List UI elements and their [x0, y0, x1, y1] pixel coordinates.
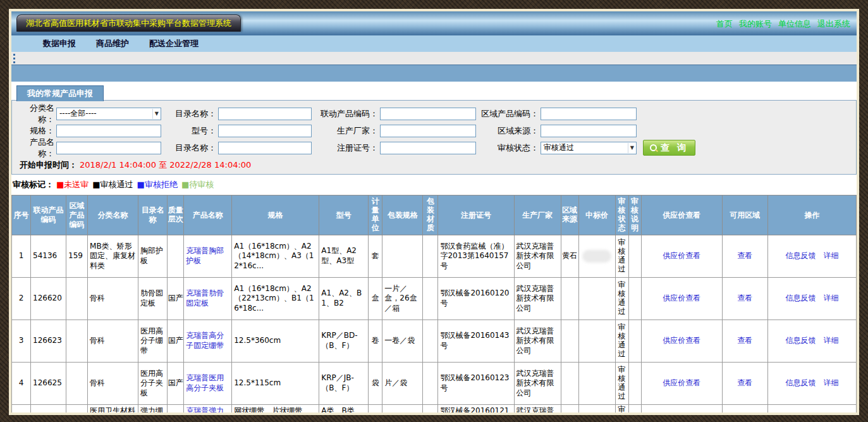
- cell-pack_material: [423, 320, 438, 363]
- table-header-row: 序号联动产品编码区域产品编码分类名称目录名称质量层次产品名称规格型号计量单位包装…: [12, 195, 857, 235]
- col-audit_status: 审核状态: [615, 195, 628, 235]
- cell-link_code: [31, 405, 66, 416]
- feedback-link[interactable]: 信息反馈: [785, 378, 816, 387]
- cell-reg_no: 鄂汉械备20160143号: [438, 320, 514, 363]
- menu-item-0[interactable]: 数据申报: [43, 38, 76, 49]
- col-bid_price: 中标价: [578, 195, 615, 235]
- region-product-code-input[interactable]: [541, 108, 637, 120]
- cell-supply_price: 供应价查看: [641, 320, 722, 363]
- supply_price-link[interactable]: 供应价查看: [663, 294, 700, 302]
- cell-category: 骨科: [88, 363, 138, 405]
- classify-select[interactable]: ----全部----▼: [56, 108, 161, 120]
- cell-supply_price: 供应价查看: [641, 278, 722, 320]
- catalog-name-2-input[interactable]: [218, 142, 312, 154]
- form-field-catalog-name-2: 目录名称：: [161, 142, 312, 154]
- cell-supply_price: [641, 405, 722, 416]
- cell-audit_status: 审核通过: [615, 278, 628, 320]
- cell-catalog: 胸部护板: [138, 235, 168, 278]
- menu-item-2[interactable]: 配送企业管理: [149, 38, 199, 49]
- product-name-input[interactable]: [56, 142, 161, 154]
- region_avail-link[interactable]: 查看: [737, 251, 752, 260]
- product-link[interactable]: 克瑞普高分子固定绷带: [186, 331, 224, 350]
- top-link-2[interactable]: 单位信息: [778, 19, 811, 28]
- table-body: 154136159MB类、矫形固定、康复材料类胸部护板克瑞普胸部护板A1（16*…: [12, 235, 857, 416]
- cell-manufacturer: 武汉克瑞普新技术有限公司: [514, 278, 561, 320]
- region-source-input[interactable]: [541, 125, 637, 137]
- cell-model: KRP／BD-（B、F）: [319, 320, 369, 363]
- manufacturer-input[interactable]: [380, 125, 476, 137]
- cell-quality: 国产: [168, 278, 184, 320]
- link-product-code-input[interactable]: [380, 108, 476, 120]
- top-link-0[interactable]: 首页: [716, 19, 733, 28]
- cell-unit: 套: [369, 235, 382, 278]
- cell-bid_price: [578, 405, 615, 416]
- feedback-link[interactable]: 信息反馈: [785, 336, 816, 345]
- audit-legend: 审核标记： ■未送审■审核通过■审核拒绝■待审核: [11, 176, 857, 194]
- product-link[interactable]: 克瑞普弹力: [186, 406, 224, 415]
- manufacturer-label: 生产厂家：: [312, 125, 380, 137]
- model-label: 型号：: [161, 125, 218, 137]
- table-row: 医用卫生材料弹力绷克瑞普弹力网状绷带、片状绷带、胸A类、B类、C鄂汉械备2016…: [12, 405, 857, 416]
- main-menu: 数据申报商品维护配送企业管理: [11, 35, 857, 52]
- cell-catalog: 肋骨固定板: [138, 278, 168, 320]
- app-title-tab: 湖北省高值医用耗材省市联动集中采购平台数据管理系统: [16, 15, 241, 32]
- cell-bid_price: [578, 278, 615, 320]
- supply_price-link[interactable]: 供应价查看: [663, 336, 700, 345]
- form-field-model: 型号：: [161, 125, 312, 137]
- region_avail-link[interactable]: 查看: [737, 378, 752, 387]
- detail-link[interactable]: 详细: [823, 294, 838, 302]
- product-link[interactable]: 克瑞普医用高分子夹板: [186, 373, 224, 392]
- supply_price-link[interactable]: 供应价查看: [663, 251, 700, 260]
- cell-seq: 2: [12, 278, 31, 320]
- feedback-link[interactable]: 信息反馈: [785, 294, 816, 302]
- reg-no-input[interactable]: [380, 142, 476, 154]
- product-link[interactable]: 克瑞普胸部护板: [186, 246, 224, 265]
- detail-link[interactable]: 详细: [823, 378, 838, 387]
- product-link[interactable]: 克瑞普肋骨固定板: [186, 289, 224, 307]
- collapse-grip-icon[interactable]: [13, 54, 15, 63]
- cell-audit_note: [628, 363, 641, 405]
- feedback-link[interactable]: 信息反馈: [785, 251, 816, 260]
- legend-item-2: ■审核拒绝: [137, 180, 178, 189]
- cell-unit: [369, 405, 382, 416]
- cell-pack_spec: 一卷／袋: [382, 320, 423, 363]
- col-model: 型号: [319, 195, 369, 235]
- cell-category: 医用卫生材料: [88, 405, 138, 416]
- panel-tab-my-regular-product-declare[interactable]: 我的常规产品申报: [16, 85, 104, 101]
- cell-model: KRP／JB-（B、F）: [319, 363, 369, 405]
- col-region_src: 区域来源: [561, 195, 578, 235]
- legend-item-0: ■未送审: [56, 180, 89, 189]
- cell-pack_spec: 一片／盒，26盒／箱: [382, 278, 423, 320]
- cell-pack_spec: 片／袋: [382, 363, 423, 405]
- catalog-name-input[interactable]: [218, 108, 312, 120]
- form-field-catalog-name: 目录名称：: [161, 108, 312, 120]
- spec-input[interactable]: [56, 125, 161, 137]
- cell-actions: 信息反馈详细: [767, 278, 856, 320]
- model-input[interactable]: [218, 125, 312, 137]
- menu-item-1[interactable]: 商品维护: [96, 38, 129, 49]
- cell-manufacturer: 武汉克瑞普新技术有限公司: [514, 363, 561, 405]
- cell-category: 骨科: [88, 278, 138, 320]
- region_avail-link[interactable]: 查看: [737, 336, 752, 345]
- detail-link[interactable]: 详细: [823, 336, 838, 345]
- form-row: 分类名称：----全部----▼目录名称：联动产品编码：区域产品编码：: [16, 105, 852, 122]
- cell-region_src: [561, 363, 578, 405]
- cell-product: 克瑞普高分子固定绷带: [184, 320, 232, 363]
- search-button[interactable]: 查 询: [643, 140, 695, 156]
- form-field-link-product-code: 联动产品编码：: [312, 108, 476, 120]
- region-source-label: 区域来源：: [476, 125, 541, 137]
- region_avail-link[interactable]: 查看: [737, 294, 752, 302]
- top-link-1[interactable]: 我的账号: [739, 19, 772, 28]
- supply_price-link[interactable]: 供应价查看: [663, 378, 700, 387]
- col-reg_no: 注册证号: [438, 195, 514, 235]
- cell-region_avail: 查看: [722, 278, 767, 320]
- top-link-3[interactable]: 退出系统: [817, 19, 850, 28]
- col-category: 分类名称: [88, 195, 138, 235]
- cell-pack_material: [423, 405, 438, 416]
- col-pack_spec: 包装规格: [382, 195, 423, 235]
- products-table: 序号联动产品编码区域产品编码分类名称目录名称质量层次产品名称规格型号计量单位包装…: [11, 195, 857, 415]
- cell-supply_price: 供应价查看: [641, 235, 722, 278]
- detail-link[interactable]: 详细: [823, 251, 838, 260]
- cell-seq: 3: [12, 320, 31, 363]
- audit-status-select[interactable]: 审核通过▼: [541, 142, 637, 154]
